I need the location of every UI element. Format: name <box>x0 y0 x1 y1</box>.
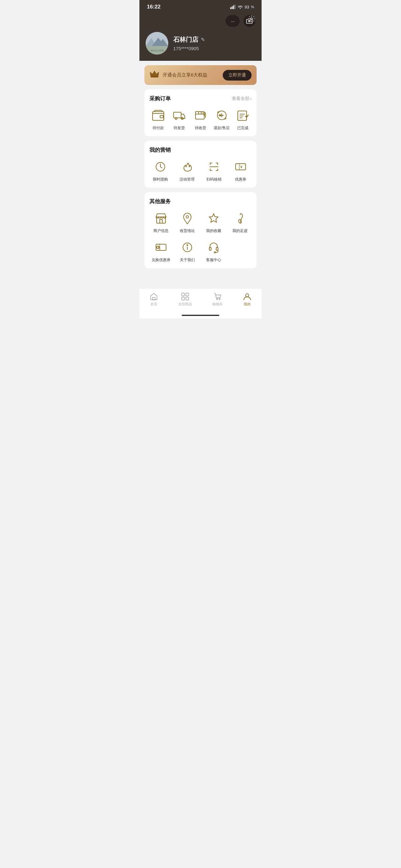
nav-item-cart[interactable]: 购物车 <box>212 292 223 307</box>
svg-marker-28 <box>209 214 218 222</box>
wallet-icon <box>151 108 166 123</box>
member-text: 开通会员立享6大权益 <box>163 72 207 78</box>
crown-svg <box>149 70 160 79</box>
other-services-header: 其他服务 <box>149 198 252 205</box>
svg-point-46 <box>245 294 249 297</box>
svg-text:¥: ¥ <box>219 113 222 118</box>
marketing-label-coupon: 优惠券 <box>235 177 246 182</box>
other-services-grid: 商户信息 收货地址 我的收藏 <box>149 211 252 263</box>
order-item-pending-ship[interactable]: 待发货 <box>171 108 188 131</box>
spacer <box>139 273 262 282</box>
service-item-store[interactable]: 商户信息 <box>149 211 173 234</box>
profile-phone: 175****0905 <box>173 46 199 51</box>
avatar: 暂时无法查看 <box>146 32 168 55</box>
info-icon <box>180 240 195 255</box>
crown-icon <box>149 70 160 81</box>
marketing-header: 我的营销 <box>149 146 252 154</box>
svg-text:¥: ¥ <box>240 165 242 169</box>
service-item-support[interactable]: 客服中心 <box>202 240 225 263</box>
nav-label-cart: 购物车 <box>212 302 223 307</box>
status-bar: 16:22 93 % <box>139 0 262 12</box>
marketing-grid: 限时团购 活动管理 扫码核销 <box>149 159 252 182</box>
clock-icon <box>153 159 168 174</box>
marketing-card: 我的营销 限时团购 活动管理 <box>144 141 257 188</box>
marketing-item-activity[interactable]: 活动管理 <box>176 159 198 182</box>
wifi-icon <box>238 5 243 9</box>
order-item-pending-receive[interactable]: 待收货 <box>192 108 209 131</box>
order-label-refund: 退款/售后 <box>214 125 230 131</box>
other-services-card: 其他服务 商户信息 <box>144 192 257 268</box>
marketing-item-groupbuy[interactable]: 限时团购 <box>149 159 171 182</box>
profile-nav-icon <box>243 292 251 301</box>
svg-rect-15 <box>173 112 181 118</box>
nav-item-home[interactable]: 首页 <box>150 292 158 307</box>
marketing-label-groupbuy: 限时团购 <box>153 177 168 182</box>
member-banner[interactable]: 开通会员立享6大权益 立即开通 <box>144 65 257 85</box>
svg-rect-43 <box>186 297 189 300</box>
battery-icon: 93 <box>245 5 249 9</box>
marketing-item-scan[interactable]: 扫码核销 <box>203 159 225 182</box>
marketing-item-coupon[interactable]: ¥ 优惠券 <box>230 159 252 182</box>
service-label-support: 客服中心 <box>206 257 221 263</box>
svg-rect-2 <box>233 5 234 9</box>
profile-row: 暂时无法查看 石林门店 ✎ 175****0905 <box>146 32 255 55</box>
status-time: 16:22 <box>147 4 160 10</box>
headset-icon <box>206 240 221 255</box>
service-label-address: 收货地址 <box>180 228 195 234</box>
service-item-address[interactable]: 收货地址 <box>176 211 199 234</box>
nav-label-home: 首页 <box>151 302 157 307</box>
service-label-footprint: 我的足迹 <box>232 228 247 234</box>
service-label-store: 商户信息 <box>154 228 169 234</box>
header-top-row: ··· <box>146 15 255 27</box>
service-item-about[interactable]: 关于我们 <box>176 240 199 263</box>
svg-rect-3 <box>234 5 235 9</box>
member-banner-left: 开通会员立享6大权益 <box>149 70 207 81</box>
truck-icon <box>172 108 187 123</box>
service-item-favorites[interactable]: 我的收藏 <box>202 211 225 234</box>
order-label-pending-payment: 待付款 <box>153 125 164 131</box>
svg-point-38 <box>214 252 215 253</box>
profile-info: 石林门店 ✎ 175****0905 <box>173 35 255 52</box>
svg-point-16 <box>175 118 177 119</box>
avatar-image: 暂时无法查看 <box>146 32 168 55</box>
order-item-refund[interactable]: ¥ 退款/售后 <box>213 108 231 131</box>
service-label-exchange: 兑换优惠券 <box>152 257 170 263</box>
battery-unit: % <box>251 5 254 9</box>
signal-icon <box>230 5 236 9</box>
member-activate-button[interactable]: 立即开通 <box>223 70 252 81</box>
marketing-label-scan: 扫码核销 <box>206 177 222 182</box>
store-icon <box>154 211 169 226</box>
nav-item-products[interactable]: 全部商品 <box>178 292 192 307</box>
order-label-pending-receive: 待收货 <box>195 125 206 131</box>
svg-rect-1 <box>232 6 232 9</box>
box-icon <box>193 108 208 123</box>
svg-point-27 <box>186 216 189 218</box>
svg-text:兑: 兑 <box>157 245 160 249</box>
fire-icon <box>179 159 195 174</box>
nav-label-products: 全部商品 <box>178 302 192 307</box>
home-bar <box>182 315 219 316</box>
svg-point-12 <box>250 18 253 20</box>
svg-point-45 <box>219 299 220 300</box>
nav-label-profile: 我的 <box>244 302 250 307</box>
svg-point-44 <box>216 299 218 300</box>
order-label-pending-ship: 待发货 <box>173 125 185 131</box>
status-icons: 93 % <box>230 5 254 9</box>
svg-point-35 <box>187 245 188 246</box>
order-item-done[interactable]: 已完成 <box>234 108 252 131</box>
purchase-orders-link[interactable]: 查看全部 › <box>232 96 252 101</box>
svg-text:暂时无法查看: 暂时无法查看 <box>151 50 164 52</box>
settings-button[interactable] <box>248 15 255 25</box>
profile-name: 石林门店 <box>173 35 198 44</box>
service-item-exchange[interactable]: 兑 兑换优惠券 <box>149 240 173 263</box>
menu-button[interactable]: ··· <box>226 15 240 27</box>
purchase-orders-grid: 待付款 待发货 <box>149 108 252 131</box>
nav-item-profile[interactable]: 我的 <box>243 292 251 307</box>
order-label-done: 已完成 <box>237 125 248 131</box>
service-item-footprint[interactable]: 我的足迹 <box>228 211 252 234</box>
edit-icon[interactable]: ✎ <box>201 37 205 43</box>
header-section: ··· 暂时无法查看 <box>139 12 262 61</box>
refund-icon: ¥ <box>214 108 229 123</box>
order-item-pending-payment[interactable]: 待付款 <box>149 108 167 131</box>
purchase-orders-card: 采购订单 查看全部 › 待付款 <box>144 89 257 136</box>
